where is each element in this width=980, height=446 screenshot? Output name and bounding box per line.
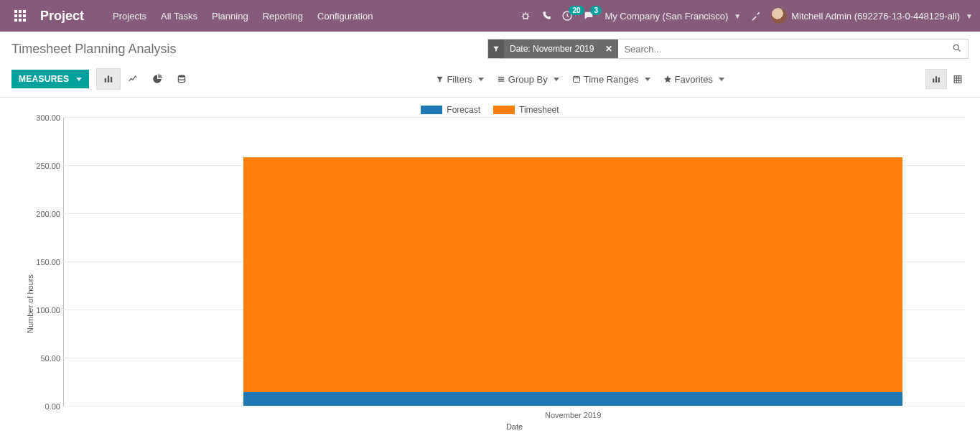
y-axis	[63, 118, 64, 406]
chart-plot: Number of hours Date 0.0050.00100.00150.…	[23, 116, 969, 432]
line-chart-button[interactable]	[121, 68, 145, 90]
menu-configuration[interactable]: Configuration	[310, 2, 380, 30]
y-tick-label: 300.00	[26, 113, 60, 122]
company-switcher[interactable]: My Company (San Francisco)▼	[605, 11, 741, 22]
svg-point-15	[179, 75, 185, 78]
page-title: Timesheet Planning Analysis	[11, 42, 176, 57]
debug-icon[interactable]	[520, 10, 531, 22]
view-switcher	[925, 69, 969, 89]
apps-icon[interactable]	[7, 6, 33, 26]
search-options: Filters Group By Time Ranges Favorites	[436, 74, 724, 85]
discuss-badge: 3	[590, 6, 602, 15]
y-tick-label: 50.00	[26, 354, 60, 363]
settings-icon[interactable]	[751, 11, 761, 21]
svg-rect-4	[19, 14, 22, 17]
facet-remove-button[interactable]: ✕	[599, 44, 618, 54]
search-box: Date: November 2019 ✕	[487, 39, 969, 59]
menu-planning[interactable]: Planning	[205, 2, 256, 30]
search-icon[interactable]	[946, 43, 968, 55]
chart-type-group	[96, 68, 194, 90]
legend-forecast-label: Forecast	[447, 105, 480, 115]
filter-icon	[488, 40, 504, 58]
chart-legend: Forecast Timesheet	[11, 102, 969, 116]
app-brand[interactable]: Project	[40, 9, 84, 24]
svg-rect-18	[498, 80, 504, 81]
user-name: Mitchell Admin (692276-13-0-448129-all)	[791, 11, 960, 22]
chevron-down-icon: ▼	[734, 12, 741, 20]
svg-rect-3	[14, 14, 17, 17]
main-menu: Projects All Tasks Planning Reporting Co…	[106, 2, 380, 30]
search-facet-label: Date: November 2019	[504, 44, 599, 54]
svg-rect-20	[933, 78, 934, 82]
legend-swatch-forecast	[421, 106, 442, 114]
systray: 20 3 My Company (San Francisco)▼ Mitchel…	[520, 8, 973, 24]
chart-area: Forecast Timesheet Number of hours Date …	[0, 98, 980, 432]
svg-rect-1	[19, 10, 22, 13]
legend-swatch-timesheet	[493, 106, 515, 114]
svg-rect-0	[14, 10, 17, 13]
filters-label: Filters	[447, 74, 472, 85]
svg-rect-13	[108, 75, 109, 82]
y-tick-label: 150.00	[26, 258, 60, 266]
timeranges-dropdown[interactable]: Time Ranges	[572, 74, 650, 85]
y-tick-label: 0.00	[26, 402, 60, 411]
graph-view-button[interactable]	[925, 69, 947, 89]
y-tick-label: 100.00	[26, 306, 60, 315]
bar-segment-timesheet[interactable]	[243, 157, 902, 392]
menu-reporting[interactable]: Reporting	[256, 2, 310, 30]
measures-label: MEASURES	[19, 74, 69, 84]
svg-rect-17	[498, 78, 504, 79]
bar-stack	[243, 157, 902, 406]
topnav: Project Projects All Tasks Planning Repo…	[0, 0, 980, 32]
favorites-label: Favorites	[675, 74, 713, 85]
legend-forecast[interactable]: Forecast	[421, 105, 480, 115]
bar-chart-button[interactable]	[96, 68, 121, 90]
pie-chart-button[interactable]	[145, 68, 169, 90]
x-tick-label: November 2019	[545, 411, 601, 419]
activities-icon[interactable]: 20	[561, 10, 573, 22]
svg-rect-23	[954, 75, 961, 83]
x-axis-label: Date	[506, 422, 523, 431]
svg-rect-16	[498, 76, 504, 77]
svg-rect-12	[105, 78, 106, 83]
favorites-dropdown[interactable]: Favorites	[663, 74, 724, 85]
y-axis-label: Number of hours	[26, 274, 34, 333]
measures-button[interactable]: MEASURES	[11, 70, 89, 88]
plot-inner: Date 0.0050.00100.00150.00200.00250.0030…	[63, 118, 966, 406]
legend-timesheet[interactable]: Timesheet	[493, 105, 559, 115]
control-row: Timesheet Planning Analysis Date: Novemb…	[0, 32, 980, 64]
gridline	[63, 117, 966, 118]
stacked-button[interactable]	[169, 68, 194, 90]
timeranges-label: Time Ranges	[584, 74, 639, 85]
activities-badge: 20	[569, 6, 584, 15]
company-name: My Company (San Francisco)	[605, 11, 728, 22]
svg-rect-5	[23, 14, 26, 17]
y-tick-label: 250.00	[26, 162, 60, 170]
pivot-view-button[interactable]	[947, 69, 969, 89]
legend-timesheet-label: Timesheet	[519, 105, 559, 115]
discuss-icon[interactable]: 3	[583, 10, 594, 22]
search-input[interactable]	[618, 44, 946, 55]
svg-rect-6	[14, 19, 17, 22]
menu-projects[interactable]: Projects	[106, 2, 154, 30]
toolbar: MEASURES Filters Group By Time Ranges	[0, 64, 980, 98]
svg-rect-21	[935, 76, 937, 83]
groupby-dropdown[interactable]: Group By	[497, 74, 559, 85]
svg-rect-7	[19, 19, 22, 22]
voip-icon[interactable]	[541, 11, 551, 21]
bar-segment-forecast[interactable]	[243, 392, 902, 406]
chevron-down-icon: ▼	[966, 12, 973, 20]
svg-rect-19	[573, 77, 579, 83]
svg-point-9	[523, 14, 528, 19]
avatar	[771, 8, 787, 24]
y-tick-label: 200.00	[26, 210, 60, 218]
filters-dropdown[interactable]: Filters	[436, 74, 483, 85]
svg-rect-8	[23, 19, 26, 22]
svg-point-11	[953, 45, 958, 50]
svg-rect-14	[111, 77, 112, 83]
svg-rect-22	[938, 77, 940, 82]
menu-all-tasks[interactable]: All Tasks	[154, 2, 205, 30]
gridline	[63, 406, 966, 406]
groupby-label: Group By	[508, 74, 548, 85]
user-menu[interactable]: Mitchell Admin (692276-13-0-448129-all)▼	[771, 8, 973, 24]
